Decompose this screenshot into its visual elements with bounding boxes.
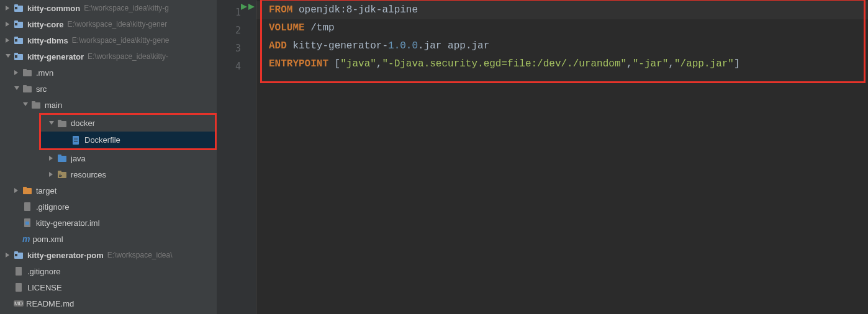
svg-rect-33 — [24, 202, 30, 211]
svg-rect-25 — [58, 155, 61, 157]
svg-rect-10 — [14, 53, 18, 55]
chevron-down-icon — [14, 86, 20, 92]
source-folder-icon — [57, 153, 67, 163]
tree-path: E:\workspace_idea\kitty- — [88, 52, 168, 61]
tree-item-target[interactable]: target — [0, 182, 217, 199]
chevron-down-icon — [22, 102, 29, 108]
svg-rect-37 — [14, 251, 18, 254]
tree-item-gitignore-root[interactable]: .gitignore — [0, 263, 217, 279]
line-number: 3 — [217, 40, 256, 58]
tree-label: .gitignore — [27, 267, 60, 276]
maven-icon: m — [22, 234, 30, 244]
tree-item-kitty-generator[interactable]: kitty-generator E:\workspace_idea\kitty- — [0, 48, 217, 65]
module-folder-icon — [14, 19, 24, 29]
svg-rect-5 — [15, 23, 17, 25]
tree-label: pom.xml — [32, 235, 63, 244]
svg-rect-38 — [15, 254, 17, 256]
tree-path: E:\workspace_idea\kitty-gener — [68, 20, 168, 29]
tree-label: java — [71, 154, 86, 163]
svg-rect-21 — [74, 138, 78, 138]
file-icon — [14, 282, 24, 292]
tree-item-docker[interactable]: docker — [41, 115, 215, 132]
svg-rect-8 — [15, 39, 17, 42]
iml-file-icon — [22, 218, 32, 228]
tree-label: resources — [71, 170, 106, 179]
chevron-right-icon — [5, 5, 11, 11]
svg-rect-4 — [14, 20, 18, 23]
module-folder-icon — [14, 35, 24, 45]
tree-label: src — [36, 84, 47, 94]
tree-item-dockerfile[interactable]: Dockerfile — [41, 132, 215, 148]
tree-path: E:\workspace_idea\kitty-gene — [72, 36, 170, 45]
tree-path: E:\workspace_idea\ — [107, 251, 173, 259]
dockerfile-icon — [71, 135, 81, 145]
tree-path: E:\workspace_idea\kitty-g — [84, 4, 169, 12]
tree-label: docker — [71, 119, 95, 128]
tree-label: .gitignore — [36, 202, 69, 212]
module-folder-icon — [14, 52, 24, 61]
tree-item-mvn[interactable]: .mvn — [0, 65, 217, 81]
svg-rect-13 — [23, 69, 27, 71]
line-number: 2 — [217, 22, 256, 40]
tree-item-gitignore[interactable]: .gitignore — [0, 199, 217, 215]
tree-label: Dockerfile — [84, 135, 120, 145]
svg-rect-32 — [23, 187, 27, 189]
tree-item-kitty-core[interactable]: kitty-core E:\workspace_idea\kitty-gener — [0, 16, 217, 32]
svg-rect-35 — [25, 222, 29, 225]
chevron-right-icon — [5, 37, 11, 43]
svg-rect-17 — [32, 101, 35, 104]
chevron-right-icon — [14, 187, 20, 194]
tree-item-resources[interactable]: resources — [0, 166, 217, 182]
svg-rect-15 — [23, 85, 27, 87]
svg-rect-30 — [59, 176, 61, 177]
file-icon — [22, 202, 32, 212]
tree-label: kitty-generator-pom — [27, 251, 104, 260]
chevron-right-icon — [48, 155, 55, 161]
chevron-right-icon — [5, 252, 11, 258]
folder-icon — [22, 84, 32, 94]
tree-item-license[interactable]: LICENSE — [0, 279, 217, 295]
folder-icon — [31, 100, 41, 110]
svg-rect-2 — [15, 7, 17, 9]
file-icon — [14, 266, 24, 276]
chevron-right-icon — [48, 171, 55, 177]
svg-rect-27 — [58, 171, 61, 173]
svg-rect-29 — [59, 175, 62, 176]
module-folder-icon — [14, 3, 24, 13]
chevron-down-icon — [5, 53, 11, 60]
svg-rect-1 — [14, 4, 18, 7]
highlighted-code-section — [260, 0, 866, 83]
folder-icon — [22, 68, 32, 78]
tree-label: README.md — [26, 299, 74, 308]
module-folder-icon — [14, 250, 24, 260]
svg-rect-11 — [15, 55, 17, 58]
chevron-down-icon — [48, 120, 55, 127]
tree-item-pom[interactable]: m pom.xml — [0, 231, 217, 247]
svg-rect-40 — [16, 283, 22, 292]
tree-item-kitty-generator-pom[interactable]: kitty-generator-pom E:\workspace_idea\ — [0, 247, 217, 263]
tree-item-java[interactable]: java — [0, 150, 217, 166]
tree-item-main[interactable]: main — [0, 97, 217, 113]
chevron-right-icon — [14, 70, 20, 76]
tree-item-readme[interactable]: MD README.md — [0, 295, 217, 312]
tree-label: kitty-generator — [27, 52, 84, 61]
chevron-right-icon — [5, 21, 11, 27]
line-number: 4 — [217, 58, 256, 76]
tree-label: kitty-dbms — [27, 36, 68, 45]
highlighted-tree-section: docker Dockerfile — [39, 113, 217, 150]
code-editor[interactable]: 1 2 3 4 FROM openjdk:8-jdk-alpine VOLUME… — [217, 0, 868, 314]
svg-rect-23 — [74, 141, 78, 142]
tree-item-kitty-common[interactable]: kitty-common E:\workspace_idea\kitty-g — [0, 0, 217, 16]
project-tree[interactable]: kitty-common E:\workspace_idea\kitty-g k… — [0, 0, 217, 314]
svg-rect-7 — [14, 37, 18, 39]
tree-label: kitty-generator.iml — [36, 218, 100, 228]
tree-label: kitty-common — [27, 4, 80, 13]
resources-folder-icon — [57, 169, 67, 179]
tree-item-kitty-dbms[interactable]: kitty-dbms E:\workspace_idea\kitty-gene — [0, 32, 217, 48]
tree-label: main — [45, 101, 62, 110]
tree-item-iml[interactable]: kitty-generator.iml — [0, 215, 217, 231]
svg-rect-22 — [74, 140, 78, 140]
tree-item-src[interactable]: src — [0, 81, 217, 97]
editor-content[interactable]: FROM openjdk:8-jdk-alpine VOLUME /tmp AD… — [256, 0, 868, 314]
tree-label: LICENSE — [27, 283, 62, 292]
